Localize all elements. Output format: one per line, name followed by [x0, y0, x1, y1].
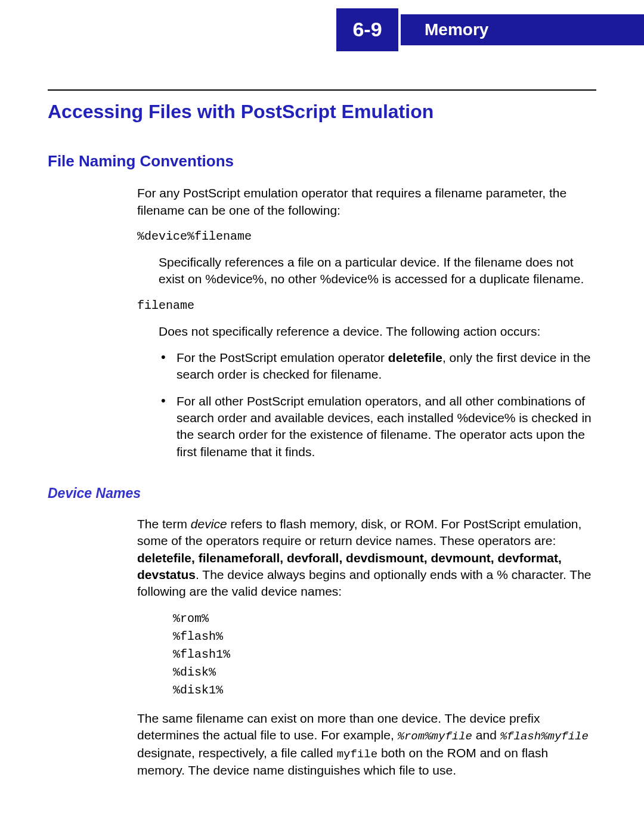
page: Memory 6-9 Accessing Files with PostScri… [0, 0, 644, 833]
device-names-body: The term device refers to flash memory, … [137, 516, 596, 779]
option2-bullets: For the PostScript emulation operator de… [137, 349, 596, 460]
p1-c: . The device always begins and optionall… [137, 568, 592, 598]
p1-a: The term [137, 517, 191, 531]
p2-b: and [472, 728, 500, 742]
chapter-title: Memory [425, 18, 488, 41]
p2-code1: %rom%myfile [398, 730, 472, 743]
file-naming-intro: For any PostScript emulation operator th… [137, 185, 596, 219]
file-naming-heading: File Naming Conventions [48, 151, 596, 172]
section-rule [48, 89, 596, 91]
device-disk: %disk% [173, 665, 216, 679]
p2-c: designate, respectively, a file called [137, 746, 337, 760]
chapter-bar: Memory [401, 14, 644, 45]
device-name-list: %rom% %flash% %flash1% %disk% %disk1% [173, 610, 596, 699]
file-naming-body: For any PostScript emulation operator th… [137, 185, 596, 460]
bullet-deletefile: For the PostScript emulation operator de… [161, 349, 596, 383]
page-number: 6-9 [352, 16, 382, 44]
section-title: Accessing Files with PostScript Emulatio… [48, 99, 596, 125]
device-names-p1: The term device refers to flash memory, … [137, 516, 596, 600]
page-header: Memory 6-9 [0, 6, 644, 54]
device-names-p2: The same filename can exist on more than… [137, 710, 596, 779]
option1-desc: Specifically references a file on a part… [159, 254, 596, 288]
p1-italic: device [191, 517, 227, 531]
bullet-other-ops: For all other PostScript emulation opera… [161, 393, 596, 460]
content-area: Accessing Files with PostScript Emulatio… [48, 89, 596, 789]
option2-code: filename [137, 298, 596, 314]
device-names-heading: Device Names [48, 484, 596, 503]
page-number-badge: 6-9 [334, 6, 401, 54]
bullet1-pre: For the PostScript emulation operator [177, 351, 388, 364]
device-disk1: %disk1% [173, 683, 223, 697]
bullet1-bold: deletefile [388, 351, 442, 364]
device-flash1: %flash1% [173, 648, 230, 661]
p2-code3: myfile [337, 748, 377, 761]
p2-code2: %flash%myfile [500, 730, 589, 743]
device-rom: %rom% [173, 612, 209, 625]
option1-code: %device%filename [137, 228, 596, 244]
option2-desc: Does not specifically reference a device… [159, 323, 596, 340]
device-flash: %flash% [173, 630, 223, 643]
